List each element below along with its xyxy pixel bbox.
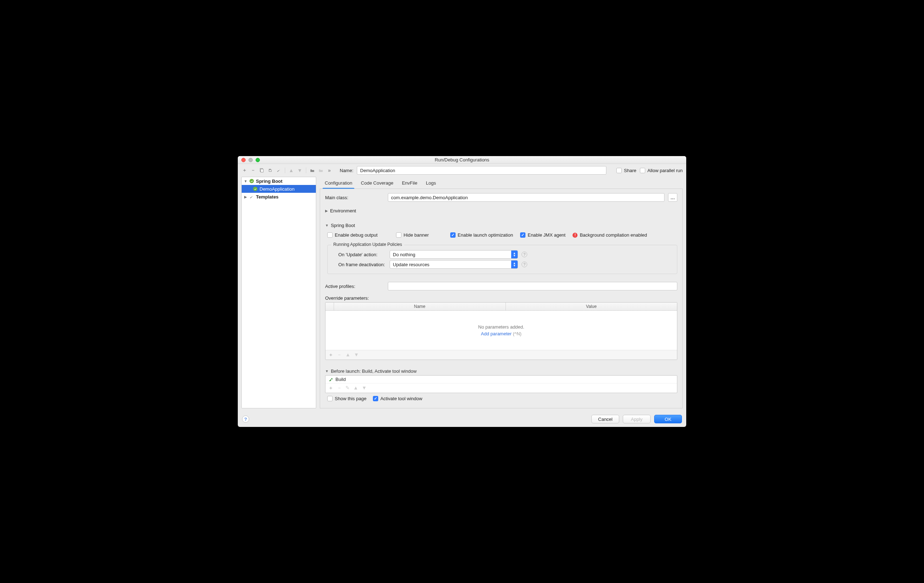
folder-icon[interactable]	[309, 167, 315, 173]
activate-label: Activate tool window	[380, 396, 422, 401]
tab-bar: Configuration Code Coverage EnvFile Logs	[320, 177, 683, 189]
remove-task-icon[interactable]: －	[337, 385, 342, 391]
dropdown-icon: ▲▼	[511, 260, 518, 268]
edit-task-icon[interactable]: ✎	[345, 385, 350, 391]
disclosure-icon: ▶	[325, 209, 328, 213]
remove-config-icon[interactable]: －	[250, 167, 256, 173]
on-frame-label: On frame deactivation:	[331, 262, 386, 267]
tree-node-demoapplication[interactable]: DemoApplication	[242, 185, 316, 193]
spring-icon	[252, 186, 258, 192]
svg-rect-2	[269, 169, 271, 170]
before-launch-item-label: Build	[335, 377, 346, 382]
tab-configuration[interactable]: Configuration	[325, 179, 352, 188]
dialog-window: Run/Debug Configurations ＋ － ▲ ▼	[238, 156, 686, 427]
hide-banner-checkbox[interactable]: Hide banner	[396, 232, 429, 238]
checkbox-icon	[327, 232, 333, 238]
tree-node-spring-boot[interactable]: ▼ Spring Boot	[242, 177, 316, 185]
on-frame-select[interactable]: Update resources ▲▼	[389, 260, 518, 269]
main-class-input[interactable]	[388, 193, 665, 202]
unfold-icon[interactable]	[318, 167, 324, 173]
table-header-name: Name	[334, 303, 506, 310]
show-this-page-checkbox[interactable]: Show this page	[327, 396, 366, 401]
move-up-icon[interactable]: ▲	[345, 352, 350, 358]
move-up-icon[interactable]: ▲	[288, 167, 294, 173]
spring-boot-checkboxes: Enable debug output Hide banner Enable l…	[325, 231, 677, 239]
before-launch-bottom-checks: Show this page Activate tool window	[325, 393, 677, 401]
move-up-icon[interactable]: ▲	[353, 385, 358, 391]
tree-node-templates[interactable]: ▶ Templates	[242, 193, 316, 201]
disclosure-icon: ▼	[325, 369, 329, 373]
svg-rect-1	[261, 169, 263, 173]
more-icon[interactable]: »	[326, 167, 333, 173]
save-config-icon[interactable]	[267, 167, 274, 173]
spring-boot-section-header[interactable]: ▼ Spring Boot	[325, 223, 677, 228]
hide-banner-label: Hide banner	[404, 232, 429, 238]
wrench-icon[interactable]	[276, 167, 282, 173]
remove-row-icon[interactable]: －	[337, 352, 342, 358]
help-icon[interactable]: ?	[521, 262, 527, 267]
dialog-footer: ? Cancel Apply OK	[238, 412, 686, 427]
override-parameters-table: Name Value No parameters added. Add para…	[325, 302, 677, 360]
name-field-row: Name:	[340, 166, 613, 175]
wrench-icon	[249, 194, 254, 199]
tab-code-coverage[interactable]: Code Coverage	[361, 179, 393, 188]
table-empty-body: No parameters added. Add parameter (^N)	[325, 311, 677, 350]
add-parameter-row: Add parameter (^N)	[481, 331, 521, 336]
add-parameter-hint: (^N)	[513, 331, 521, 336]
parallel-label: Allow parallel run	[647, 168, 683, 173]
environment-header-label: Environment	[330, 208, 356, 214]
warning-icon: !	[573, 233, 578, 238]
before-launch-item[interactable]: Build	[325, 375, 677, 384]
help-button[interactable]: ?	[242, 415, 249, 423]
before-launch-header[interactable]: ▼ Before launch: Build, Activate tool wi…	[325, 369, 677, 374]
share-checkbox[interactable]: Share	[616, 168, 636, 173]
before-launch-list[interactable]: Build ＋ － ✎ ▲ ▼	[325, 375, 677, 393]
config-tree[interactable]: ▼ Spring Boot DemoApplication ▶	[241, 177, 316, 408]
activate-tool-window-checkbox[interactable]: Activate tool window	[373, 396, 422, 401]
group-legend: Running Application Update Policies	[331, 242, 404, 247]
move-down-icon[interactable]: ▼	[354, 352, 359, 358]
before-launch-section: ▼ Before launch: Build, Activate tool wi…	[325, 369, 677, 401]
environment-section-header[interactable]: ▶ Environment	[325, 208, 677, 214]
jmx-label: Enable JMX agent	[528, 232, 565, 238]
launch-opt-label: Enable launch optimization	[458, 232, 513, 238]
active-profiles-row: Active profiles:	[325, 282, 677, 290]
tab-envfile[interactable]: EnvFile	[402, 179, 417, 188]
active-profiles-input[interactable]	[388, 282, 677, 290]
override-parameters-label: Override parameters:	[325, 295, 677, 301]
add-task-icon[interactable]: ＋	[328, 385, 333, 391]
add-row-icon[interactable]: ＋	[328, 352, 333, 358]
allow-parallel-run-checkbox[interactable]: Allow parallel run	[640, 168, 683, 173]
add-config-icon[interactable]: ＋	[241, 167, 248, 173]
select-value: Update resources	[390, 262, 511, 267]
disclosure-icon: ▶	[244, 195, 248, 199]
enable-debug-output-checkbox[interactable]: Enable debug output	[327, 232, 378, 238]
background-compilation-warning: ! Background compilation enabled	[573, 232, 647, 238]
dropdown-icon: ▲▼	[511, 250, 518, 259]
disclosure-icon: ▼	[244, 179, 248, 183]
apply-button[interactable]: Apply	[623, 415, 650, 423]
content-pane: Configuration Code Coverage EnvFile Logs…	[320, 177, 683, 408]
help-icon[interactable]: ?	[521, 252, 527, 257]
enable-launch-optimization-checkbox[interactable]: Enable launch optimization	[450, 232, 513, 238]
enable-jmx-agent-checkbox[interactable]: Enable JMX agent	[520, 232, 565, 238]
add-parameter-link[interactable]: Add parameter	[481, 331, 512, 336]
checkbox-icon	[616, 168, 622, 173]
browse-class-button[interactable]: …	[668, 193, 677, 202]
cancel-button[interactable]: Cancel	[591, 415, 619, 423]
name-input[interactable]	[357, 166, 606, 175]
override-parameters-section: Override parameters: Name Value No param…	[325, 293, 677, 360]
tree-node-label: DemoApplication	[259, 186, 294, 192]
copy-config-icon[interactable]	[259, 167, 265, 173]
ok-button[interactable]: OK	[654, 415, 682, 423]
tree-node-label: Templates	[256, 194, 279, 199]
active-profiles-label: Active profiles:	[325, 284, 384, 289]
move-down-icon[interactable]: ▼	[362, 385, 367, 391]
tab-logs[interactable]: Logs	[426, 179, 436, 188]
move-down-icon[interactable]: ▼	[297, 167, 303, 173]
before-launch-actions: ＋ － ✎ ▲ ▼	[325, 384, 677, 393]
spring-boot-header-label: Spring Boot	[331, 223, 355, 228]
on-update-select[interactable]: Do nothing ▲▼	[389, 250, 518, 259]
table-header-checkbox	[325, 303, 334, 310]
show-page-label: Show this page	[335, 396, 366, 401]
